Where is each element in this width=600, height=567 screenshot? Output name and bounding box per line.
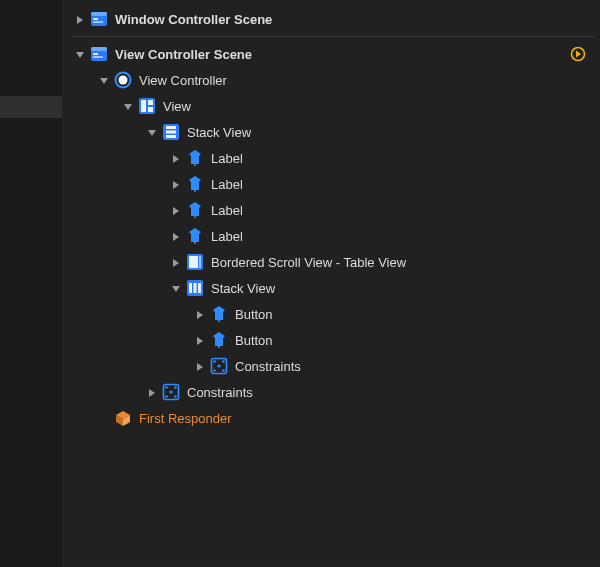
scroll-view-icon: [186, 253, 204, 271]
scene-label: Window Controller Scene: [115, 12, 272, 27]
item-label: Constraints: [235, 359, 301, 374]
disclosure-right-icon[interactable]: [192, 333, 206, 347]
item-label: Label: [211, 203, 243, 218]
item-label: Label: [211, 177, 243, 192]
disclosure-right-icon[interactable]: [168, 229, 182, 243]
item-scroll-view[interactable]: Bordered Scroll View - Table View: [62, 249, 600, 275]
scene-icon: [90, 45, 108, 63]
item-label-2[interactable]: Label: [62, 197, 600, 223]
stack-view-horizontal-icon: [186, 279, 204, 297]
item-view-controller[interactable]: View Controller: [62, 67, 600, 93]
view-controller-icon: [114, 71, 132, 89]
scene-label: View Controller Scene: [115, 47, 252, 62]
item-stack-view-inner[interactable]: Stack View: [62, 275, 600, 301]
scene-window-controller[interactable]: Window Controller Scene: [62, 6, 600, 32]
label-icon: [186, 227, 204, 245]
constraints-icon: [162, 383, 180, 401]
item-label: Constraints: [187, 385, 253, 400]
divider: [72, 36, 594, 37]
item-label: First Responder: [139, 411, 231, 426]
disclosure-right-icon[interactable]: [168, 255, 182, 269]
item-label: Stack View: [211, 281, 275, 296]
item-label: Stack View: [187, 125, 251, 140]
button-icon: [210, 305, 228, 323]
item-label: View Controller: [139, 73, 227, 88]
scene-view-controller[interactable]: View Controller Scene: [62, 41, 600, 67]
disclosure-right-icon[interactable]: [168, 203, 182, 217]
disclosure-right-icon[interactable]: [72, 12, 86, 26]
item-stack-view[interactable]: Stack View: [62, 119, 600, 145]
label-icon: [186, 201, 204, 219]
gutter-selection: [0, 96, 62, 118]
item-label: Label: [211, 151, 243, 166]
item-label: Button: [235, 333, 273, 348]
item-label-0[interactable]: Label: [62, 145, 600, 171]
item-constraints-inner[interactable]: Constraints: [62, 353, 600, 379]
navigator-gutter: [0, 0, 62, 567]
item-constraints[interactable]: Constraints: [62, 379, 600, 405]
stack-view-vertical-icon: [162, 123, 180, 141]
document-outline[interactable]: Window Controller Scene View Controller …: [62, 0, 600, 567]
disclosure-right-icon[interactable]: [192, 307, 206, 321]
label-icon: [186, 175, 204, 193]
item-label: Button: [235, 307, 273, 322]
item-label: View: [163, 99, 191, 114]
disclosure-right-icon[interactable]: [168, 151, 182, 165]
item-first-responder[interactable]: First Responder: [62, 405, 600, 431]
disclosure-down-icon[interactable]: [144, 125, 158, 139]
disclosure-down-icon[interactable]: [72, 47, 86, 61]
disclosure-right-icon[interactable]: [192, 359, 206, 373]
constraints-icon: [210, 357, 228, 375]
disclosure-right-icon[interactable]: [144, 385, 158, 399]
view-icon: [138, 97, 156, 115]
item-label-3[interactable]: Label: [62, 223, 600, 249]
button-icon: [210, 331, 228, 349]
disclosure-down-icon[interactable]: [96, 73, 110, 87]
item-label-1[interactable]: Label: [62, 171, 600, 197]
disclosure-right-icon[interactable]: [168, 177, 182, 191]
item-button-1[interactable]: Button: [62, 327, 600, 353]
item-label: Bordered Scroll View - Table View: [211, 255, 406, 270]
go-to-icon[interactable]: [570, 46, 586, 62]
cube-icon: [114, 409, 132, 427]
item-view[interactable]: View: [62, 93, 600, 119]
scene-icon: [90, 10, 108, 28]
disclosure-down-icon[interactable]: [120, 99, 134, 113]
label-icon: [186, 149, 204, 167]
item-label: Label: [211, 229, 243, 244]
item-button-0[interactable]: Button: [62, 301, 600, 327]
disclosure-down-icon[interactable]: [168, 281, 182, 295]
